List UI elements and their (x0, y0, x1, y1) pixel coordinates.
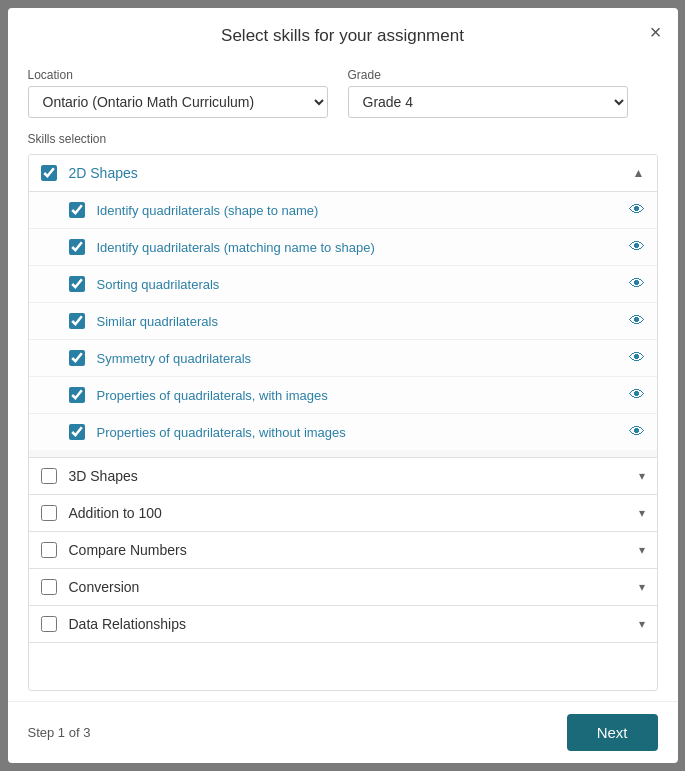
chevron-down-icon: ▾ (639, 543, 645, 557)
eye-icon[interactable]: 👁 (629, 275, 645, 293)
skill-item: Properties of quadrilaterals, without im… (29, 414, 657, 450)
category-row-data-relationships[interactable]: Data Relationships ▾ (29, 606, 657, 643)
eye-icon[interactable]: 👁 (629, 238, 645, 256)
skills-list: 2D Shapes ▲ Identify quadrilaterals (sha… (28, 154, 658, 691)
category-row-compare-numbers[interactable]: Compare Numbers ▾ (29, 532, 657, 569)
grade-select[interactable]: Grade 4 (348, 86, 628, 118)
close-button[interactable]: × (650, 22, 662, 42)
separator (29, 450, 657, 458)
category-checkbox-conversion[interactable] (41, 579, 57, 595)
location-filter-group: Location Ontario (Ontario Math Curriculu… (28, 68, 328, 118)
category-row-addition-to-100[interactable]: Addition to 100 ▾ (29, 495, 657, 532)
category-checkbox-2d-shapes[interactable] (41, 165, 57, 181)
category-checkbox-compare-numbers[interactable] (41, 542, 57, 558)
skills-section-label: Skills selection (28, 132, 658, 146)
category-checkbox-3d-shapes[interactable] (41, 468, 57, 484)
chevron-down-icon: ▾ (639, 580, 645, 594)
eye-icon[interactable]: 👁 (629, 349, 645, 367)
location-select[interactable]: Ontario (Ontario Math Curriculum) (28, 86, 328, 118)
category-row-conversion[interactable]: Conversion ▾ (29, 569, 657, 606)
eye-icon[interactable]: 👁 (629, 201, 645, 219)
next-button[interactable]: Next (567, 714, 658, 751)
location-label: Location (28, 68, 328, 82)
skill-label-identify-quad-shape: Identify quadrilaterals (shape to name) (97, 203, 621, 218)
skill-checkbox-symmetry-quad[interactable] (69, 350, 85, 366)
category-checkbox-data-relationships[interactable] (41, 616, 57, 632)
skill-checkbox-identify-quad-name[interactable] (69, 239, 85, 255)
modal-body: Location Ontario (Ontario Math Curriculu… (8, 58, 678, 701)
skill-checkbox-sorting-quad[interactable] (69, 276, 85, 292)
modal-overlay: Select skills for your assignment × Loca… (0, 0, 685, 771)
eye-icon[interactable]: 👁 (629, 386, 645, 404)
step-label: Step 1 of 3 (28, 725, 91, 740)
grade-filter-group: Grade Grade 4 (348, 68, 628, 118)
skill-label-sorting-quad: Sorting quadrilaterals (97, 277, 621, 292)
category-label-addition-to-100: Addition to 100 (69, 505, 639, 521)
chevron-down-icon: ▾ (639, 469, 645, 483)
category-checkbox-addition-to-100[interactable] (41, 505, 57, 521)
skill-label-similar-quad: Similar quadrilaterals (97, 314, 621, 329)
skill-label-symmetry-quad: Symmetry of quadrilaterals (97, 351, 621, 366)
skill-item: Identify quadrilaterals (shape to name) … (29, 192, 657, 229)
chevron-down-icon: ▾ (639, 506, 645, 520)
eye-icon[interactable]: 👁 (629, 312, 645, 330)
category-row-2d-shapes[interactable]: 2D Shapes ▲ (29, 155, 657, 192)
skill-checkbox-similar-quad[interactable] (69, 313, 85, 329)
filters-row: Location Ontario (Ontario Math Curriculu… (28, 68, 658, 118)
modal-title: Select skills for your assignment (221, 26, 464, 46)
chevron-up-icon: ▲ (633, 166, 645, 180)
grade-label: Grade (348, 68, 628, 82)
modal-header: Select skills for your assignment × (8, 8, 678, 58)
skill-checkbox-properties-with-images[interactable] (69, 387, 85, 403)
skill-item: Similar quadrilaterals 👁 (29, 303, 657, 340)
skill-item: Sorting quadrilaterals 👁 (29, 266, 657, 303)
skill-items-2d-shapes: Identify quadrilaterals (shape to name) … (29, 192, 657, 450)
skill-checkbox-properties-without-images[interactable] (69, 424, 85, 440)
skill-item: Identify quadrilaterals (matching name t… (29, 229, 657, 266)
skill-item: Symmetry of quadrilaterals 👁 (29, 340, 657, 377)
category-label-compare-numbers: Compare Numbers (69, 542, 639, 558)
modal-footer: Step 1 of 3 Next (8, 701, 678, 763)
skill-item: Properties of quadrilaterals, with image… (29, 377, 657, 414)
modal-container: Select skills for your assignment × Loca… (8, 8, 678, 763)
category-label-data-relationships: Data Relationships (69, 616, 639, 632)
skill-label-properties-with-images: Properties of quadrilaterals, with image… (97, 388, 621, 403)
skill-label-properties-without-images: Properties of quadrilaterals, without im… (97, 425, 621, 440)
category-label-conversion: Conversion (69, 579, 639, 595)
category-label-3d-shapes: 3D Shapes (69, 468, 639, 484)
skill-checkbox-identify-quad-shape[interactable] (69, 202, 85, 218)
chevron-down-icon: ▾ (639, 617, 645, 631)
skill-label-identify-quad-name: Identify quadrilaterals (matching name t… (97, 240, 621, 255)
eye-icon[interactable]: 👁 (629, 423, 645, 441)
category-row-3d-shapes[interactable]: 3D Shapes ▾ (29, 458, 657, 495)
category-label-2d-shapes: 2D Shapes (69, 165, 633, 181)
